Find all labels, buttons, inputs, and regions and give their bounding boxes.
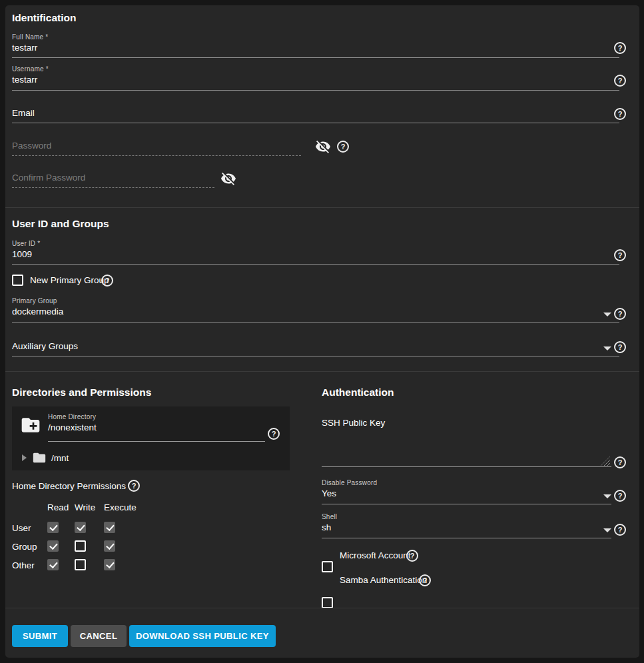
disable-password-dropdown-icon[interactable] [603, 494, 611, 498]
create-new-folder-icon[interactable] [20, 414, 41, 436]
disable-password-select[interactable]: Disable Password Yes [322, 479, 611, 506]
microsoft-account-label: Microsoft Account [340, 550, 411, 560]
email-field[interactable]: Email [12, 108, 619, 124]
auxiliary-groups-underline [12, 356, 619, 356]
user-id-help-icon[interactable]: ? [614, 249, 626, 261]
auxiliary-groups-help-icon[interactable]: ? [614, 341, 626, 353]
full-name-value[interactable]: testarr [12, 43, 619, 53]
tree-expand-icon[interactable] [22, 454, 27, 461]
disable-password-help-icon[interactable]: ? [614, 490, 626, 502]
primary-group-select[interactable]: Primary Group dockermedia [12, 297, 619, 324]
password-visibility-off-icon[interactable] [315, 139, 331, 155]
submit-button[interactable]: SUBMIT [12, 625, 68, 647]
email-label[interactable]: Email [12, 108, 619, 118]
primary-group-value[interactable]: dockermedia [12, 307, 619, 317]
permission-checkbox-group-read[interactable] [47, 540, 59, 552]
new-primary-group-help-icon[interactable]: ? [101, 275, 113, 287]
permission-checkbox-group-execute[interactable] [104, 540, 115, 552]
full-name-help-icon[interactable]: ? [614, 42, 626, 54]
password-help-icon[interactable]: ? [337, 141, 349, 153]
confirm-password-field[interactable]: Confirm Password [12, 173, 214, 189]
email-help-icon[interactable]: ? [614, 108, 626, 120]
user-form-card: Identification Full Name * testarr ? Use… [5, 5, 639, 658]
ssh-public-key-help-icon[interactable]: ? [614, 456, 626, 468]
home-directory-underline [48, 441, 265, 442]
user-id-value[interactable]: 1009 [12, 249, 619, 259]
auxiliary-groups-select[interactable]: Auxiliary Groups [12, 341, 619, 357]
permissions-cell [75, 540, 104, 559]
home-directory-help-icon[interactable]: ? [268, 428, 280, 440]
shell-select[interactable]: Shell sh [322, 513, 611, 540]
ssh-public-key-label: SSH Public Key [322, 418, 385, 428]
permission-checkbox-other-execute[interactable] [104, 559, 115, 570]
user-id-field[interactable]: User ID * 1009 [12, 240, 619, 267]
new-primary-group-checkbox[interactable] [12, 275, 23, 286]
confirm-password-visibility-off-icon[interactable] [220, 171, 236, 187]
email-underline [12, 123, 619, 123]
microsoft-account-help-icon[interactable]: ? [406, 550, 418, 562]
permissions-corner-cell [12, 502, 47, 522]
permissions-cell [47, 522, 75, 540]
full-name-label: Full Name * [12, 33, 619, 41]
permissions-cell [47, 540, 75, 559]
disable-password-underline [322, 504, 611, 504]
shell-label: Shell [322, 513, 611, 520]
permission-checkbox-other-write[interactable] [75, 559, 86, 570]
download-ssh-public-key-button[interactable]: DOWNLOAD SSH PUBLIC KEY [129, 625, 276, 647]
user-id-underline [12, 264, 619, 265]
confirm-password-underline [12, 187, 214, 188]
section-divider [5, 207, 639, 208]
username-field[interactable]: Username * testarr [12, 65, 619, 92]
username-help-icon[interactable]: ? [614, 75, 626, 87]
shell-help-icon[interactable]: ? [614, 524, 626, 536]
home-directory-field[interactable]: Home Directory /nonexistent [48, 413, 265, 432]
textarea-resize-handle[interactable] [601, 456, 610, 466]
user-id-label: User ID * [12, 240, 619, 247]
home-directory-value[interactable]: /nonexistent [48, 422, 265, 432]
primary-group-dropdown-icon[interactable] [603, 313, 611, 317]
permissions-cell [104, 540, 151, 559]
confirm-password-placeholder[interactable]: Confirm Password [12, 173, 214, 183]
permissions-cell [75, 522, 104, 540]
permission-checkbox-user-execute[interactable] [104, 522, 115, 533]
permissions-row-label-group: Group [12, 540, 47, 559]
username-value[interactable]: testarr [12, 75, 619, 85]
password-underline [12, 155, 301, 156]
permission-checkbox-user-write[interactable] [75, 522, 86, 533]
cancel-button[interactable]: CANCEL [71, 625, 127, 647]
samba-authentication-help-icon[interactable]: ? [419, 574, 431, 586]
tree-node-mnt[interactable]: /mnt [22, 450, 282, 466]
shell-value[interactable]: sh [322, 522, 611, 532]
user-id-groups-section-title: User ID and Groups [12, 218, 109, 230]
microsoft-account-checkbox[interactable] [322, 561, 333, 572]
permissions-column-header-write: Write [75, 502, 104, 522]
tree-node-label[interactable]: /mnt [51, 453, 69, 463]
permissions-cell [104, 559, 151, 578]
ssh-public-key-textarea[interactable] [322, 432, 611, 466]
permissions-cell [104, 522, 151, 540]
permissions-cell [75, 559, 104, 578]
primary-group-help-icon[interactable]: ? [614, 308, 626, 320]
permissions-grid: ReadWriteExecuteUserGroupOther [12, 502, 165, 578]
home-directory-permissions-help-icon[interactable]: ? [128, 480, 140, 492]
identification-section-title: Identification [12, 12, 76, 24]
user-form-screen: Identification Full Name * testarr ? Use… [0, 0, 644, 663]
password-field[interactable]: Password [12, 141, 301, 157]
permission-checkbox-other-read[interactable] [47, 559, 59, 570]
password-placeholder[interactable]: Password [12, 141, 301, 151]
shell-underline [322, 538, 611, 538]
permission-checkbox-user-read[interactable] [47, 522, 59, 533]
new-primary-group-label: New Primary Group [30, 275, 109, 285]
shell-dropdown-icon[interactable] [603, 528, 611, 532]
auxiliary-groups-label[interactable]: Auxiliary Groups [12, 341, 619, 351]
section-divider [5, 371, 639, 372]
permission-checkbox-group-write[interactable] [75, 540, 86, 552]
disable-password-value[interactable]: Yes [322, 488, 611, 498]
authentication-section-title: Authentication [322, 386, 394, 398]
disable-password-label: Disable Password [322, 479, 611, 486]
home-directory-permissions-label: Home Directory Permissions [12, 481, 126, 491]
auxiliary-groups-dropdown-icon[interactable] [603, 346, 611, 350]
full-name-field[interactable]: Full Name * testarr [12, 33, 619, 60]
folder-icon [32, 450, 47, 465]
samba-authentication-checkbox[interactable] [322, 597, 333, 608]
